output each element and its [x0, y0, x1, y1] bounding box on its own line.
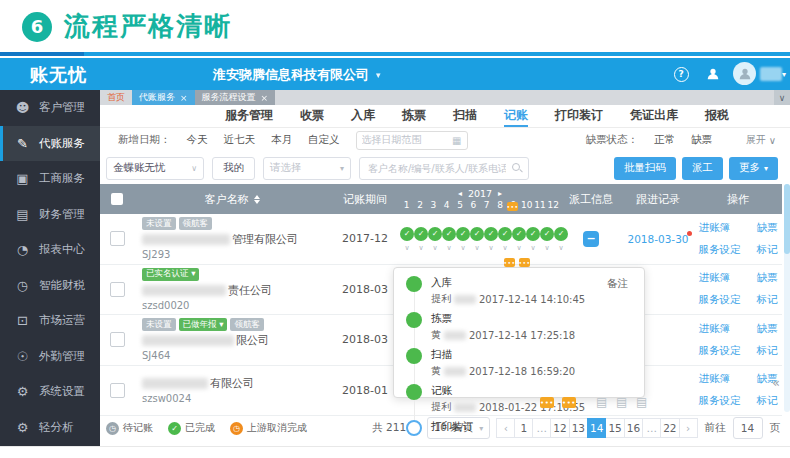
- chevron-down-icon[interactable]: ∨: [460, 246, 465, 251]
- sidebar-item[interactable]: ⊡ 市场运营: [0, 303, 100, 339]
- sidebar-item[interactable]: ▤ 财务管理: [0, 197, 100, 233]
- batch-scan-button[interactable]: 批量扫码: [614, 157, 676, 180]
- page-button[interactable]: ›: [679, 418, 698, 438]
- dispatch-button[interactable]: 派工: [682, 157, 723, 180]
- row-checkbox[interactable]: [110, 332, 125, 347]
- month-status[interactable]: ✓ ∨: [526, 227, 540, 251]
- open-tab[interactable]: 服务流程设置 ×: [195, 90, 276, 105]
- row-checkbox[interactable]: [110, 282, 125, 297]
- customer-tag[interactable]: 领航客: [179, 217, 213, 230]
- dispatch-badge[interactable]: −: [583, 231, 599, 247]
- org-select[interactable]: 金蝶账无忧 ∨: [106, 157, 204, 180]
- chevron-down-icon[interactable]: ∨: [404, 246, 409, 251]
- more-button[interactable]: 更多 ▾: [729, 157, 778, 180]
- row-checkbox[interactable]: [110, 383, 125, 398]
- month-status[interactable]: ✓ ∨: [456, 227, 470, 251]
- close-icon[interactable]: ×: [180, 93, 188, 103]
- sort-icon[interactable]: [254, 195, 260, 204]
- search-icon[interactable]: [512, 163, 522, 173]
- voucher-doc-icon[interactable]: ▤: [596, 395, 607, 409]
- month-status[interactable]: ✓ ∨: [414, 227, 428, 251]
- service-setting-link[interactable]: 服务设定: [699, 243, 741, 257]
- next-year-icon[interactable]: ▸: [498, 189, 502, 198]
- customer-tag[interactable]: 未设置: [142, 318, 176, 331]
- tabs-dropdown-button[interactable]: ∨: [774, 90, 790, 105]
- menu-tab[interactable]: 扫描: [453, 105, 477, 127]
- comment-bubble-icon[interactable]: •••: [507, 202, 518, 211]
- chevron-down-icon[interactable]: ∨: [446, 246, 451, 251]
- company-selector[interactable]: 淮安骁腾信息科技有限公司 ▾: [213, 66, 381, 84]
- date-option[interactable]: 今天: [187, 133, 208, 147]
- customer-tag[interactable]: 领航客: [230, 318, 264, 331]
- open-ledger-link[interactable]: 进账簿: [699, 372, 741, 386]
- menu-tab[interactable]: 凭证出库: [630, 105, 678, 127]
- sidebar-item[interactable]: ⚙ 轻分析: [0, 410, 100, 446]
- comment-bubble-icon[interactable]: •••: [562, 397, 576, 408]
- customer-tag[interactable]: 已实名认证 ▾: [142, 268, 199, 281]
- open-ledger-link[interactable]: 进账簿: [699, 221, 741, 235]
- voucher-doc-icon[interactable]: ▤: [616, 395, 627, 409]
- customer-search[interactable]: [359, 157, 529, 180]
- prev-year-icon[interactable]: ◂: [458, 189, 462, 198]
- sidebar-item[interactable]: ✎ 代账服务: [0, 126, 100, 162]
- service-setting-link[interactable]: 服务设定: [699, 293, 741, 307]
- user-button[interactable]: [704, 65, 722, 83]
- menu-tab[interactable]: 入库: [351, 105, 375, 127]
- chevron-down-icon[interactable]: ∨: [418, 246, 423, 251]
- chevron-down-icon[interactable]: ∨: [502, 246, 507, 251]
- mine-button[interactable]: 我的: [212, 157, 255, 180]
- page-button[interactable]: …: [642, 418, 661, 438]
- mark-link[interactable]: 标记: [757, 344, 778, 358]
- chevron-down-icon[interactable]: ∨: [488, 246, 493, 251]
- lack-option[interactable]: 正常: [654, 133, 675, 147]
- month-status[interactable]: ✓ ∨: [400, 227, 414, 251]
- date-option[interactable]: 本月: [271, 133, 292, 147]
- customer-tag[interactable]: 已做年报 ▾: [179, 318, 228, 331]
- open-ledger-link[interactable]: 进账簿: [699, 322, 741, 336]
- follow-date[interactable]: 2018-03-30: [627, 233, 688, 245]
- lack-ticket-link[interactable]: 缺票: [757, 221, 778, 235]
- category-select[interactable]: 请选择 ▾: [263, 157, 351, 180]
- lack-option[interactable]: 缺票: [691, 133, 712, 147]
- chevron-down-icon[interactable]: ∨: [474, 246, 479, 251]
- sidebar-item[interactable]: ☉ 外勤管理: [0, 339, 100, 375]
- month-status[interactable]: ✓ ∨: [540, 227, 554, 251]
- mark-link[interactable]: 标记: [757, 243, 778, 257]
- tab-home[interactable]: 首页: [100, 90, 132, 105]
- mark-link[interactable]: 标记: [757, 293, 778, 307]
- menu-tab[interactable]: 打印装订: [555, 105, 603, 127]
- menu-tab[interactable]: 记账: [504, 105, 528, 127]
- month-status[interactable]: ✓ ∨: [442, 227, 456, 251]
- row-checkbox[interactable]: [110, 231, 125, 246]
- month-status[interactable]: ✓ ∨: [498, 227, 512, 251]
- select-all-checkbox[interactable]: [111, 193, 123, 205]
- chevron-down-icon[interactable]: ∨: [432, 246, 437, 251]
- service-setting-link[interactable]: 服务设定: [699, 394, 741, 408]
- month-status[interactable]: ✓ ∨: [512, 227, 526, 251]
- lack-ticket-link[interactable]: 缺票: [757, 271, 778, 285]
- chevron-down-icon[interactable]: ∨: [544, 246, 549, 251]
- month-status[interactable]: ✓ ∨: [428, 227, 442, 251]
- sidebar-item[interactable]: ◔ 报表中心: [0, 232, 100, 268]
- expand-filters-link[interactable]: 展开 ∨: [746, 133, 776, 147]
- close-icon[interactable]: ×: [261, 93, 269, 103]
- menu-tab[interactable]: 服务管理: [225, 105, 273, 127]
- menu-tab[interactable]: 收票: [300, 105, 324, 127]
- customer-tag[interactable]: 未设置: [142, 217, 176, 230]
- mark-link[interactable]: 标记: [757, 394, 778, 408]
- service-setting-link[interactable]: 服务设定: [699, 344, 741, 358]
- chevron-down-icon[interactable]: ▾: [782, 70, 786, 79]
- sidebar-item[interactable]: ▣ 工商服务: [0, 161, 100, 197]
- open-ledger-link[interactable]: 进账簿: [699, 271, 741, 285]
- page-button[interactable]: 22: [660, 418, 679, 438]
- scrollbar[interactable]: [784, 184, 790, 412]
- sidebar-item[interactable]: ☻ 客户管理: [0, 90, 100, 126]
- month-status[interactable]: ✓ ∨: [484, 227, 498, 251]
- sidebar-item[interactable]: ⚙ 系统设置: [0, 374, 100, 410]
- help-button[interactable]: ?: [672, 65, 690, 83]
- sidebar-item[interactable]: ◷ 智能财税: [0, 268, 100, 304]
- menu-tab[interactable]: 报税: [705, 105, 729, 127]
- goto-page-input[interactable]: [733, 417, 763, 439]
- lack-ticket-link[interactable]: 缺票: [757, 322, 778, 336]
- collapse-panel-icon[interactable]: «: [772, 375, 780, 390]
